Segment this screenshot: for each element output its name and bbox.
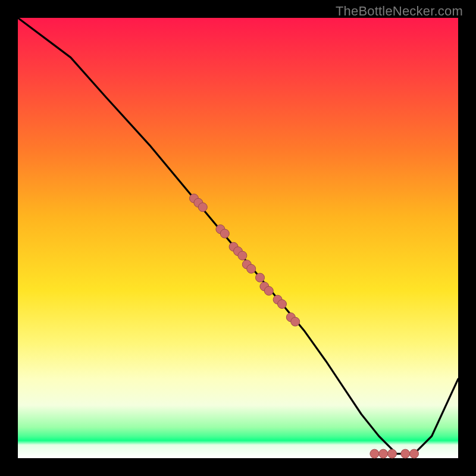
watermark-text: TheBottleNecker.com	[336, 4, 463, 19]
curve-marker-dot	[247, 264, 256, 273]
curve-marker-dot	[278, 300, 287, 309]
curve-marker-dot	[291, 317, 300, 326]
curve-markers	[190, 194, 419, 458]
chart-stage: TheBottleNecker.com	[0, 0, 476, 476]
curve-marker-dot	[401, 449, 410, 458]
curve-marker-dot	[379, 449, 388, 458]
curve-marker-dot	[198, 203, 207, 212]
bottleneck-curve	[18, 18, 458, 454]
curve-marker-dot	[220, 229, 229, 238]
chart-svg	[18, 18, 458, 458]
curve-marker-dot	[238, 251, 247, 260]
curve-marker-dot	[388, 449, 397, 458]
curve-marker-dot	[264, 286, 273, 295]
curve-marker-dot	[410, 449, 419, 458]
plot-area	[18, 18, 458, 458]
curve-marker-dot	[256, 273, 265, 282]
curve-marker-dot	[370, 449, 379, 458]
